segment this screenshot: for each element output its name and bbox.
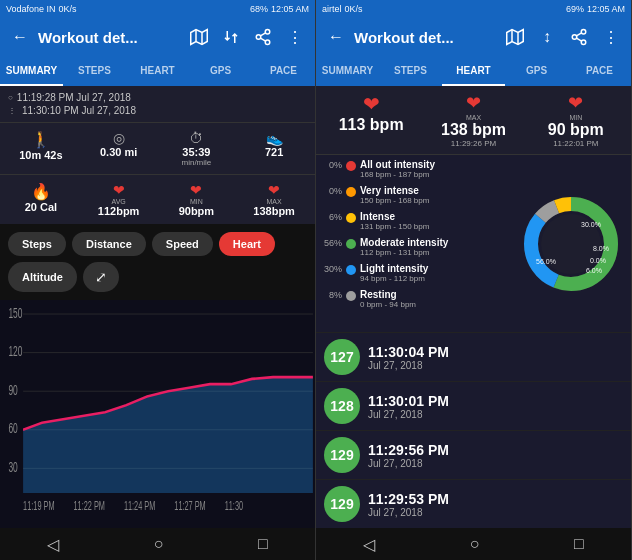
map-icon-left[interactable] — [187, 25, 211, 49]
distance-button[interactable]: Distance — [72, 232, 146, 256]
max-label: MAX — [466, 114, 481, 121]
record-date-2: Jul 27, 2018 — [368, 409, 449, 420]
min-label: MIN — [569, 114, 582, 121]
back-nav-right[interactable]: ◁ — [363, 535, 375, 554]
zone-resting-dot — [346, 291, 356, 301]
zone-veryintense: 0% Very intense 150 bpm - 168 bpm — [322, 185, 505, 205]
stat-steps: 👟 721 — [235, 127, 313, 170]
record-date-1: Jul 27, 2018 — [368, 360, 449, 371]
stat-distance-value: 0.30 mi — [100, 146, 137, 158]
record-info-1: 11:30:04 PM Jul 27, 2018 — [368, 344, 449, 371]
zone-light-range: 94 bpm - 112 bpm — [360, 274, 428, 283]
stat-min-bpm: ❤ MIN 90bpm — [158, 179, 236, 220]
tab-heart-left[interactable]: HEART — [126, 56, 189, 86]
zone-allout-dot — [346, 161, 356, 171]
svg-text:56.0%: 56.0% — [536, 258, 556, 265]
recents-nav-right[interactable]: □ — [574, 535, 584, 553]
nav-bar-right: ◁ ○ □ — [316, 528, 631, 560]
expand-button[interactable]: ⤢ — [83, 262, 119, 292]
altitude-button[interactable]: Altitude — [8, 262, 77, 292]
heart-button[interactable]: Heart — [219, 232, 275, 256]
heart-time-max: 11:29:26 PM — [451, 139, 496, 148]
record-info-3: 11:29:56 PM Jul 27, 2018 — [368, 442, 449, 469]
svg-point-29 — [581, 30, 586, 35]
min-bpm-value: 90bpm — [179, 205, 214, 217]
min-bpm-label: MIN — [190, 198, 203, 205]
time-left: 12:05 AM — [271, 4, 309, 14]
top-bar-left: ← Workout det... — [0, 18, 315, 56]
distance-icon: ◎ — [113, 130, 125, 146]
tab-gps-right[interactable]: GPS — [505, 56, 568, 86]
zone-veryintense-dot — [346, 187, 356, 197]
share-icon-left[interactable] — [251, 25, 275, 49]
stat-avg-bpm: ❤ AVG 112bpm — [80, 179, 158, 220]
zone-moderate-pct: 56% — [322, 238, 342, 248]
zone-resting-pct: 8% — [322, 290, 342, 300]
speed-button[interactable]: Speed — [152, 232, 213, 256]
svg-point-5 — [265, 30, 270, 35]
svg-text:120: 120 — [8, 344, 22, 359]
stat-pace-value: 35:39 — [182, 146, 210, 158]
avg-bpm-value: 112bpm — [98, 205, 140, 217]
heart-bpm-current: 113 bpm — [339, 116, 404, 134]
zone-light: 30% Light intensity 94 bpm - 112 bpm — [322, 263, 505, 283]
home-nav-left[interactable]: ○ — [154, 535, 164, 553]
heart-bpm-min: 90 bpm — [548, 121, 604, 139]
time-start: 11:19:28 PM Jul 27, 2018 — [17, 92, 131, 103]
record-date-4: Jul 27, 2018 — [368, 507, 449, 518]
tabs-left: SUMMARY STEPS HEART GPS PACE — [0, 56, 315, 86]
more-icon-left[interactable]: ⋮ — [283, 25, 307, 49]
tab-summary-right[interactable]: SUMMARY — [316, 56, 379, 86]
sort-icon-left[interactable] — [219, 25, 243, 49]
svg-text:150: 150 — [8, 305, 22, 320]
svg-marker-26 — [507, 30, 524, 45]
tab-pace-left[interactable]: PACE — [252, 56, 315, 86]
tab-gps-left[interactable]: GPS — [189, 56, 252, 86]
map-icon-right[interactable] — [503, 25, 527, 49]
zone-light-name: Light intensity — [360, 263, 428, 274]
filter-buttons: Steps Distance Speed Heart Altitude ⤢ — [0, 224, 315, 300]
zones-list: 0% All out intensity 168 bpm - 187 bpm 0… — [316, 155, 511, 332]
zone-veryintense-name: Very intense — [360, 185, 429, 196]
svg-text:30: 30 — [8, 460, 17, 475]
zone-veryintense-range: 150 bpm - 168 bpm — [360, 196, 429, 205]
back-button-right[interactable]: ← — [324, 25, 348, 49]
back-button-left[interactable]: ← — [8, 25, 32, 49]
right-panel: airtel 0K/s 69% 12:05 AM ← Workout det..… — [316, 0, 632, 560]
heart-bpm-max: 138 bpm — [441, 121, 506, 139]
stat-duration-value: 10m 42s — [19, 149, 62, 161]
record-row-1: 127 11:30:04 PM Jul 27, 2018 — [316, 332, 631, 381]
stats-row-1: 🚶 10m 42s ◎ 0.30 mi ⏱ 35:39 min/mile 👟 7… — [0, 122, 315, 174]
tab-pace-right[interactable]: PACE — [568, 56, 631, 86]
zone-resting-name: Resting — [360, 289, 416, 300]
time-dot-1: ○ — [8, 93, 13, 102]
heart-records-list: 127 11:30:04 PM Jul 27, 2018 128 11:30:0… — [316, 332, 631, 528]
heart-chart: 150 120 90 60 30 11:19 PM 11:22 PM 11:24… — [0, 300, 315, 528]
record-time-4: 11:29:53 PM — [368, 491, 449, 507]
share-icon-right[interactable] — [567, 25, 591, 49]
home-nav-right[interactable]: ○ — [470, 535, 480, 553]
stat-distance: ◎ 0.30 mi — [80, 127, 158, 170]
tabs-right: SUMMARY STEPS HEART GPS PACE — [316, 56, 631, 86]
tab-steps-right[interactable]: STEPS — [379, 56, 442, 86]
tab-summary-left[interactable]: SUMMARY — [0, 56, 63, 86]
stats-row-2: 🔥 20 Cal ❤ AVG 112bpm ❤ MIN 90bpm ❤ MAX … — [0, 174, 315, 224]
steps-button[interactable]: Steps — [8, 232, 66, 256]
stat-max-bpm: ❤ MAX 138bpm — [235, 179, 313, 220]
zone-allout: 0% All out intensity 168 bpm - 187 bpm — [322, 159, 505, 179]
heart-icon-avg: ❤ — [113, 182, 125, 198]
tab-steps-left[interactable]: STEPS — [63, 56, 126, 86]
stat-calories: 🔥 20 Cal — [2, 179, 80, 220]
back-nav-left[interactable]: ◁ — [47, 535, 59, 554]
sort-icon-right[interactable]: ↕ — [535, 25, 559, 49]
time-end: 11:30:10 PM Jul 27, 2018 — [22, 105, 136, 116]
zone-light-dot — [346, 265, 356, 275]
avg-bpm-label: AVG — [111, 198, 125, 205]
svg-text:11:19 PM: 11:19 PM — [23, 500, 54, 513]
tab-heart-right[interactable]: HEART — [442, 56, 505, 86]
svg-point-31 — [581, 40, 586, 45]
recents-nav-left[interactable]: □ — [258, 535, 268, 553]
svg-marker-0 — [191, 30, 208, 45]
more-icon-right[interactable]: ⋮ — [599, 25, 623, 49]
zone-light-pct: 30% — [322, 264, 342, 274]
